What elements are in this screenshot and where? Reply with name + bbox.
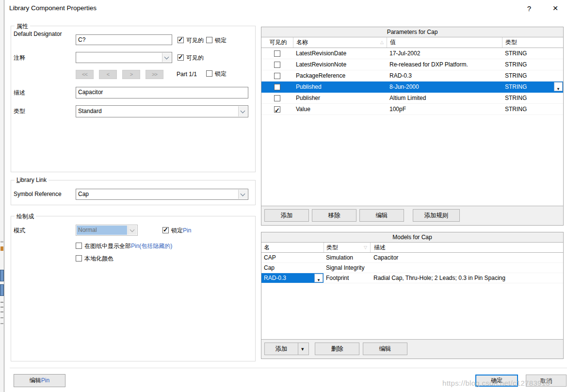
comment-label: 注释 bbox=[14, 54, 25, 62]
parameters-action-button[interactable]: 添加规则 bbox=[413, 209, 460, 222]
column-header-description[interactable]: 描述 bbox=[370, 243, 563, 252]
parameters-action-button[interactable]: 移除 bbox=[312, 209, 356, 222]
graphical-group-label: 绘制成 bbox=[15, 212, 36, 221]
value-cell: RAD-0.3 bbox=[387, 70, 502, 81]
type-cell: STRING bbox=[502, 93, 563, 103]
part-count-label: Part 1/1 bbox=[177, 71, 197, 78]
type-cell: STRING bbox=[502, 82, 563, 92]
local-colors-checkbox[interactable] bbox=[76, 255, 82, 261]
locked-checkbox[interactable] bbox=[206, 70, 212, 77]
properties-group-label: 属性 bbox=[15, 22, 30, 31]
visible-checkbox[interactable] bbox=[274, 84, 280, 90]
description-label: 描述 bbox=[14, 89, 25, 97]
visible-checkbox[interactable] bbox=[178, 37, 184, 43]
symbol-reference-combo[interactable]: Cap bbox=[76, 189, 248, 200]
model-dropdown-button[interactable] bbox=[314, 274, 323, 282]
help-icon[interactable]: ? bbox=[522, 2, 536, 15]
local-colors-label: 本地化颜色 bbox=[84, 255, 113, 262]
background-toolbar-fragment bbox=[0, 284, 4, 296]
parameter-row[interactable]: Published8-Jun-2000STRING bbox=[261, 82, 563, 93]
model-row[interactable]: CapSignal Integrity bbox=[261, 263, 563, 273]
model-description-cell bbox=[370, 263, 563, 273]
visible-cell bbox=[261, 59, 293, 70]
models-table-body: CAPSimulationCapacitorCapSignal Integrit… bbox=[261, 253, 563, 283]
value-cell: 8-Jun-2000 bbox=[387, 82, 502, 92]
column-header-name[interactable]: 名 bbox=[261, 243, 324, 252]
description-input[interactable]: Capacitor bbox=[76, 87, 248, 98]
lock-pins-checkbox[interactable] bbox=[162, 227, 169, 233]
comment-combo[interactable] bbox=[76, 52, 172, 63]
locked-checkbox-label: 锁定 bbox=[215, 70, 227, 77]
type-dropdown-button[interactable] bbox=[554, 82, 563, 91]
lock-pins-label: 锁定Pin bbox=[171, 227, 191, 234]
visible-cell bbox=[261, 48, 293, 59]
part-nav-button[interactable]: < bbox=[99, 70, 117, 79]
value-cell: Altium Limited bbox=[387, 93, 502, 103]
parameters-buttons: 添加移除编辑添加规则 bbox=[261, 206, 563, 225]
name-cell: PackageReference bbox=[293, 70, 387, 81]
part-locked-checkbox-row: 锁定 bbox=[206, 70, 227, 78]
column-header-type[interactable]: 类型 bbox=[502, 37, 563, 48]
background-toolbar-fragment bbox=[0, 241, 3, 243]
add-model-dropdown-icon[interactable] bbox=[298, 343, 309, 355]
edit-pins-button[interactable]: 编辑Pin bbox=[14, 374, 65, 387]
dialog-title: Library Component Properties bbox=[9, 4, 97, 12]
parameter-row[interactable]: PackageReferenceRAD-0.3STRING bbox=[261, 70, 563, 82]
visible-checkbox[interactable] bbox=[274, 95, 280, 101]
value-cell: 17-Jul-2002 bbox=[387, 48, 502, 59]
close-icon[interactable]: × bbox=[548, 2, 563, 15]
column-header-visible[interactable]: 可见的 bbox=[261, 37, 293, 48]
name-cell: LatestRevisionNote bbox=[293, 59, 387, 70]
part-nav-button[interactable]: >> bbox=[146, 70, 163, 79]
type-cell: STRING bbox=[502, 59, 563, 70]
visible-checkbox[interactable] bbox=[274, 62, 280, 68]
default-designator-input[interactable]: C? bbox=[76, 34, 172, 45]
visible-checkbox[interactable] bbox=[274, 73, 280, 79]
visible-checkbox[interactable] bbox=[274, 106, 280, 113]
column-header-type[interactable]: 类型 bbox=[324, 243, 370, 252]
model-row[interactable]: RAD-0.3FootprintRadial Cap, Thru-Hole; 2… bbox=[261, 273, 563, 283]
part-nav-button[interactable]: > bbox=[122, 70, 140, 79]
chevron-down-icon[interactable] bbox=[238, 190, 247, 199]
type-combo[interactable]: Standard bbox=[76, 105, 248, 117]
designator-visible-checkbox-row: 可见的 bbox=[178, 36, 204, 45]
show-all-pins-checkbox[interactable] bbox=[76, 243, 82, 249]
parameter-row[interactable]: PublisherAltium LimitedSTRING bbox=[261, 93, 563, 104]
visible-checkbox[interactable] bbox=[178, 54, 184, 61]
column-header-value[interactable]: 值 bbox=[387, 37, 502, 48]
parameters-action-button[interactable]: 添加 bbox=[264, 209, 309, 222]
parameter-row[interactable]: LatestRevisionDate17-Jul-2002STRING bbox=[261, 48, 563, 59]
model-type-cell: Signal Integrity bbox=[324, 263, 370, 273]
name-cell: Value bbox=[293, 104, 387, 114]
visible-checkbox-label: 可见的 bbox=[186, 54, 204, 61]
parameters-action-button[interactable]: 编辑 bbox=[359, 209, 404, 222]
ok-button[interactable]: 确定 bbox=[475, 375, 518, 387]
graphical-group: 绘制成 模式 Normal 锁定Pin 在图纸中显示全部Pin(包括隐藏的) 本… bbox=[11, 216, 256, 361]
properties-group: 属性 Default Designator C? 可见的 锁定 注释 可见的 <… bbox=[11, 26, 256, 172]
models-title: Models for Cap bbox=[261, 232, 563, 243]
background-toolbar-fragment bbox=[0, 270, 4, 281]
name-cell: Published bbox=[293, 82, 387, 92]
parameter-row[interactable]: LatestRevisionNoteRe-released for DXP Pl… bbox=[261, 59, 563, 70]
chevron-down-icon[interactable] bbox=[162, 53, 171, 62]
parameter-row[interactable]: Value100pFSTRING bbox=[261, 104, 563, 115]
parameters-table-body: LatestRevisionDate17-Jul-2002STRINGLates… bbox=[261, 48, 563, 115]
remove-model-button[interactable]: 删除 bbox=[315, 343, 359, 355]
edit-model-button[interactable]: 编辑 bbox=[363, 343, 407, 355]
default-designator-label: Default Designator bbox=[14, 31, 68, 38]
background-toolbar-fragment bbox=[0, 302, 3, 303]
cancel-button[interactable]: 取消 bbox=[526, 375, 567, 387]
locked-checkbox[interactable] bbox=[206, 37, 212, 43]
model-row[interactable]: CAPSimulationCapacitor bbox=[261, 253, 563, 263]
column-header-name[interactable]: 名称 bbox=[293, 37, 387, 48]
add-model-button[interactable]: 添加 bbox=[264, 343, 298, 355]
visible-checkbox[interactable] bbox=[274, 50, 280, 57]
model-description-cell: Radial Cap, Thru-Hole; 2 Leads; 0.3 in P… bbox=[370, 273, 563, 283]
library-link-group-label: Library Link bbox=[15, 177, 49, 183]
background-toolbar-fragment bbox=[0, 246, 3, 251]
chevron-down-icon[interactable] bbox=[238, 106, 247, 116]
model-type-cell: Footprint bbox=[324, 273, 370, 283]
part-nav-button[interactable]: << bbox=[76, 70, 94, 79]
model-name-cell: RAD-0.3 bbox=[261, 273, 324, 283]
designator-locked-checkbox-row: 锁定 bbox=[206, 36, 227, 45]
